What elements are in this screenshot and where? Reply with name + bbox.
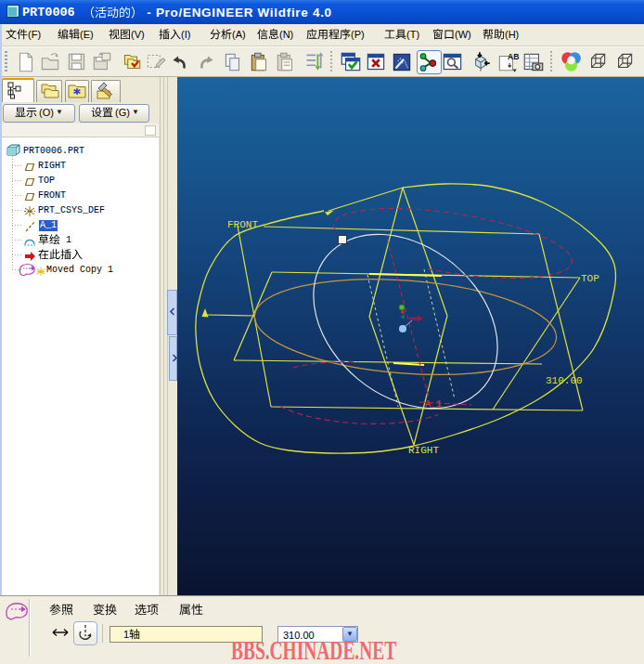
svg-text:TOP: TOP	[581, 273, 599, 284]
svg-text:310.00: 310.00	[546, 375, 583, 386]
svg-text:FRONT: FRONT	[227, 219, 258, 230]
svg-text:A_1: A_1	[425, 399, 442, 410]
svg-text:AB: AB	[508, 52, 520, 61]
svg-text:RIGHT: RIGHT	[408, 445, 439, 456]
